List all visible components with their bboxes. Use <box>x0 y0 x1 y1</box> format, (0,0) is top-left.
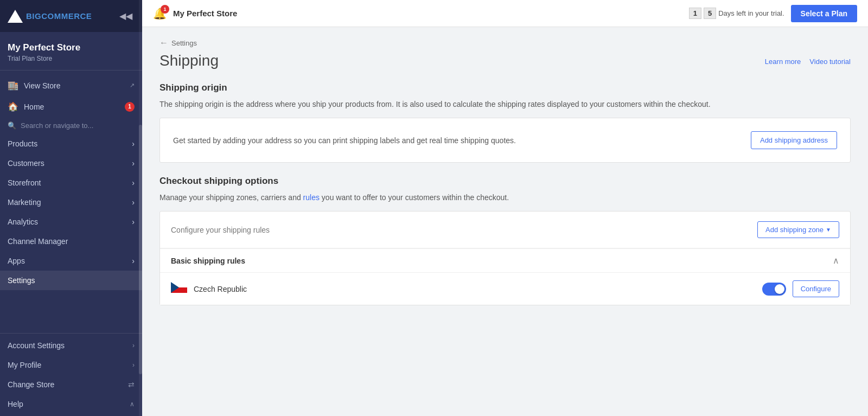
help-arrow-icon: ∧ <box>130 400 135 408</box>
sidebar-item-marketing[interactable]: Marketing › <box>0 193 142 212</box>
settings-label: Settings <box>8 276 135 285</box>
breadcrumb-back-icon[interactable]: ← <box>159 38 168 48</box>
home-icon: 🏠 <box>8 101 18 112</box>
basic-shipping-rules-header: Basic shipping rules ∧ <box>160 248 850 272</box>
channel-manager-label: Channel Manager <box>8 237 135 246</box>
czech-flag-icon <box>171 282 187 296</box>
storefront-arrow-icon: › <box>132 178 135 187</box>
trial-day2: 5 <box>704 8 716 19</box>
checkout-shipping-card: Configure your shipping rules Add shippi… <box>159 211 851 305</box>
sidebar-item-my-profile[interactable]: My Profile › <box>0 355 142 375</box>
external-link-icon: ↗ <box>130 82 135 89</box>
store-icon: 🏬 <box>8 80 18 91</box>
storefront-label: Storefront <box>8 178 132 187</box>
toggle-control[interactable] <box>762 283 786 296</box>
sidebar: BIGCOMMERCE ◀◀ My Perfect Store Trial Pl… <box>0 0 142 416</box>
notification-bell-wrapper: 🔔 1 <box>153 7 167 20</box>
home-badge: 1 <box>125 102 135 112</box>
topbar: 🔔 1 My Perfect Store 1 5 Days left in yo… <box>142 0 868 27</box>
sidebar-bottom: Account Settings › My Profile › Change S… <box>0 333 142 416</box>
change-store-icon: ⇄ <box>128 380 135 389</box>
sidebar-item-account-settings[interactable]: Account Settings › <box>0 336 142 355</box>
breadcrumb-settings-link[interactable]: Settings <box>171 39 197 47</box>
search-icon: 🔍 <box>8 121 16 130</box>
logo: BIGCOMMERCE <box>8 10 92 23</box>
sidebar-collapse-button[interactable]: ◀◀ <box>117 9 135 23</box>
country-toggle[interactable] <box>762 283 786 296</box>
trial-days-indicator: 1 5 Days left in your trial. <box>689 8 784 19</box>
sidebar-scrollbar-track <box>139 0 142 416</box>
video-tutorial-link[interactable]: Video tutorial <box>809 57 851 66</box>
view-store-label: View Store <box>24 81 123 90</box>
toggle-thumb <box>775 284 784 294</box>
marketing-label: Marketing <box>8 198 132 207</box>
rules-link[interactable]: rules <box>303 193 320 202</box>
store-subtitle: Trial Plan Store <box>8 55 135 62</box>
topbar-store-name: My Perfect Store <box>173 9 682 18</box>
marketing-arrow-icon: › <box>132 198 135 207</box>
checkout-options-desc: Manage your shipping zones, carriers and… <box>159 192 851 203</box>
toggle-track <box>762 283 786 296</box>
products-label: Products <box>8 139 132 148</box>
sidebar-item-channel-manager[interactable]: Channel Manager <box>0 232 142 251</box>
breadcrumb: ← Settings <box>159 27 851 52</box>
apps-arrow-icon: › <box>132 257 135 265</box>
my-profile-label: My Profile <box>8 361 41 369</box>
analytics-arrow-icon: › <box>132 217 135 226</box>
sidebar-item-products[interactable]: Products › <box>0 134 142 153</box>
add-address-card-text: Get started by adding your address so yo… <box>173 136 516 145</box>
sidebar-item-customers[interactable]: Customers › <box>0 153 142 173</box>
collapse-rules-icon[interactable]: ∧ <box>833 255 839 266</box>
zone-dropdown-arrow-icon: ▼ <box>826 227 831 233</box>
sidebar-item-storefront[interactable]: Storefront › <box>0 173 142 193</box>
search-label: Search or navigate to... <box>21 121 93 130</box>
sidebar-item-home[interactable]: 🏠 Home 1 <box>0 96 142 117</box>
store-info: My Perfect Store Trial Plan Store <box>0 32 142 71</box>
sidebar-item-view-store[interactable]: 🏬 View Store ↗ <box>0 75 142 96</box>
logo-triangle <box>8 10 23 23</box>
my-profile-arrow-icon: › <box>132 361 135 369</box>
add-zone-label: Add shipping zone <box>765 226 824 234</box>
home-label: Home <box>24 103 119 111</box>
sidebar-search[interactable]: 🔍 Search or navigate to... <box>0 117 142 134</box>
products-arrow-icon: › <box>132 139 135 148</box>
add-shipping-zone-button[interactable]: Add shipping zone ▼ <box>757 221 839 238</box>
basic-rules-title: Basic shipping rules <box>171 257 245 265</box>
page-title: Shipping <box>159 52 219 69</box>
country-row-czech: Czech Republic Configure <box>160 272 850 305</box>
sidebar-item-settings[interactable]: Settings <box>0 271 142 290</box>
trial-text: Days left in your trial. <box>718 9 784 17</box>
shipping-origin-desc: The shipping origin is the address where… <box>159 99 851 110</box>
czech-flag-svg <box>171 282 187 293</box>
page-title-row: Shipping Learn more Video tutorial <box>159 52 851 69</box>
learn-more-link[interactable]: Learn more <box>765 57 801 66</box>
account-settings-arrow-icon: › <box>132 342 135 349</box>
store-name: My Perfect Store <box>8 42 135 54</box>
shipping-origin-title: Shipping origin <box>159 82 851 93</box>
checkout-card-header: Configure your shipping rules Add shippi… <box>160 212 850 248</box>
apps-label: Apps <box>8 257 132 265</box>
page-content: ← Settings Shipping Learn more Video tut… <box>142 27 868 416</box>
checkout-options-title: Checkout shipping options <box>159 176 851 187</box>
add-shipping-address-button[interactable]: Add shipping address <box>751 131 837 149</box>
account-settings-label: Account Settings <box>8 341 65 350</box>
sidebar-nav: 🏬 View Store ↗ 🏠 Home 1 🔍 Search or navi… <box>0 71 142 333</box>
analytics-label: Analytics <box>8 217 132 226</box>
sidebar-scrollbar-thumb <box>139 125 142 374</box>
sidebar-item-analytics[interactable]: Analytics › <box>0 212 142 232</box>
configure-country-button[interactable]: Configure <box>793 280 839 297</box>
bell-badge: 1 <box>161 5 169 14</box>
help-label: Help <box>8 400 23 408</box>
sidebar-item-change-store[interactable]: Change Store ⇄ <box>0 375 142 394</box>
sidebar-header: BIGCOMMERCE ◀◀ <box>0 0 142 32</box>
trial-day1: 1 <box>689 8 701 19</box>
customers-arrow-icon: › <box>132 159 135 168</box>
select-plan-button[interactable]: Select a Plan <box>791 5 857 22</box>
customers-label: Customers <box>8 159 132 168</box>
sidebar-item-help[interactable]: Help ∧ <box>0 394 142 414</box>
logo-text: BIGCOMMERCE <box>26 11 92 21</box>
main-area: 🔔 1 My Perfect Store 1 5 Days left in yo… <box>142 0 868 416</box>
change-store-label: Change Store <box>8 380 54 389</box>
shipping-address-card: Get started by adding your address so yo… <box>159 118 851 163</box>
sidebar-item-apps[interactable]: Apps › <box>0 251 142 271</box>
